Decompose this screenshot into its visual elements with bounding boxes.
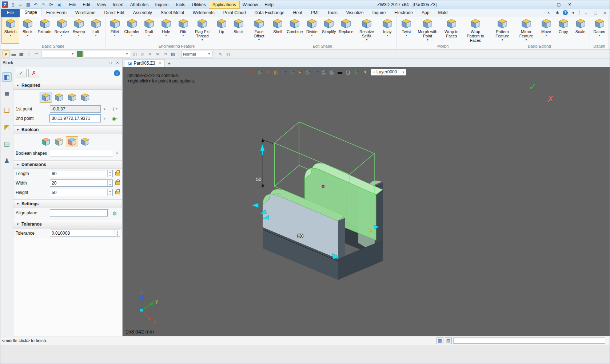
display-mode-icon[interactable]: ◍ ▾ bbox=[256, 68, 264, 76]
ribbon-button[interactable]: Rib ▾ bbox=[175, 17, 192, 43]
dropdown-arrow[interactable]: ▾ bbox=[300, 70, 302, 73]
dropdown-arrow[interactable]: ▾ bbox=[61, 34, 62, 37]
lock-icon[interactable] bbox=[115, 181, 120, 185]
dropdown-arrow[interactable]: ▾ bbox=[309, 70, 310, 73]
ribbon-tab[interactable]: Inquire bbox=[368, 9, 390, 17]
settings-gear-icon[interactable]: ✱ bbox=[554, 10, 561, 16]
render-mode-icon[interactable]: ◈ ▾ bbox=[280, 68, 288, 76]
cancel-x-icon[interactable]: ✗ bbox=[547, 94, 554, 105]
close-tab-icon[interactable]: ✕ bbox=[159, 61, 162, 65]
first-point-input[interactable] bbox=[50, 105, 101, 113]
dropdown-arrow[interactable]: ▾ bbox=[325, 70, 327, 73]
ribbon-button[interactable]: Wrap Pattern to Faces bbox=[463, 17, 488, 43]
dropdown-arrow[interactable]: ▾ bbox=[317, 70, 319, 73]
undo-icon[interactable]: ↶ bbox=[32, 1, 39, 8]
ribbon-tab[interactable]: App bbox=[417, 9, 434, 17]
frame-select-icon[interactable]: ▭ bbox=[33, 50, 40, 57]
dropdown-arrow[interactable]: ▾ bbox=[165, 34, 167, 37]
ribbon-button[interactable]: Combine bbox=[286, 17, 303, 43]
point-edit-icon[interactable]: ✎ bbox=[264, 68, 272, 76]
ribbon-tab[interactable]: Sheet Metal bbox=[156, 9, 188, 17]
ribbon-button[interactable]: Mirror Feature ▾ bbox=[515, 17, 538, 43]
point-pick-tool[interactable]: ✛▾ bbox=[109, 106, 120, 112]
spinner[interactable]: ▲▼ bbox=[107, 180, 112, 186]
spinner[interactable]: ▲▼ bbox=[115, 230, 120, 236]
visualize-manager-icon[interactable]: ▤ bbox=[2, 139, 12, 149]
status-list-icon[interactable]: ▤ bbox=[445, 337, 452, 344]
part-browser-icon[interactable]: ◩ bbox=[2, 122, 12, 132]
ribbon-button[interactable]: Replace bbox=[338, 17, 355, 43]
ribbon-button[interactable]: Hole ▾ bbox=[158, 17, 175, 43]
layer-combo[interactable]: ○ Layer0000 ▾ bbox=[371, 69, 406, 76]
ribbon-button[interactable]: Stock bbox=[230, 17, 247, 43]
ribbon-button[interactable]: Flag Ext Thread ▾ bbox=[192, 17, 213, 43]
role-manager-icon[interactable]: ♟ bbox=[2, 156, 12, 165]
menu-item[interactable]: Help bbox=[261, 1, 277, 8]
ok-button[interactable]: ✓ bbox=[16, 69, 27, 77]
ribbon-tab[interactable]: PMI bbox=[306, 9, 323, 17]
spinner[interactable]: ▲▼ bbox=[107, 170, 112, 177]
dropdown-arrow[interactable]: ▾ bbox=[598, 34, 600, 37]
clip-plane-icon[interactable]: ▤ ▾ bbox=[320, 68, 328, 76]
info-icon[interactable]: i bbox=[114, 70, 120, 76]
help-dropdown-icon[interactable]: ▾ bbox=[570, 10, 577, 16]
ribbon-button[interactable]: Block ▾ bbox=[19, 17, 36, 43]
collapse-triangle-icon[interactable]: ▼ bbox=[16, 202, 19, 206]
dropdown-arrow[interactable]: ▾ bbox=[357, 70, 359, 73]
ribbon-button[interactable]: Chamfer ▾ bbox=[123, 17, 140, 43]
assembly-manager-icon[interactable]: ❏ bbox=[2, 106, 12, 115]
ribbon-button[interactable]: Sweep ▾ bbox=[70, 17, 87, 43]
boolean-shapes-input[interactable] bbox=[50, 150, 113, 157]
dropdown-arrow[interactable]: ▾ bbox=[293, 70, 295, 73]
menu-item[interactable]: Edit bbox=[79, 1, 93, 8]
menu-item[interactable]: Insert bbox=[109, 1, 127, 8]
spinner[interactable]: ▲▼ bbox=[107, 189, 112, 196]
menu-item[interactable]: View bbox=[93, 1, 109, 8]
expand-chevron-icon[interactable]: » bbox=[102, 115, 108, 122]
section-boolean[interactable]: ▼ Boolean bbox=[13, 125, 122, 134]
ribbon-tab[interactable]: Wireframe bbox=[71, 9, 100, 17]
ribbon-button[interactable]: Draft ▾ bbox=[140, 17, 158, 43]
color-swatch[interactable] bbox=[77, 51, 83, 57]
status-grid-icon[interactable]: ▦ bbox=[436, 337, 443, 344]
dropdown-arrow[interactable]: ▾ bbox=[182, 34, 184, 37]
ribbon-button[interactable]: Resolve SelfX ▾ bbox=[355, 17, 379, 43]
ribbon-tab[interactable]: Direct Edit bbox=[100, 9, 128, 17]
new-tab-button[interactable]: + bbox=[165, 60, 174, 67]
section-settings[interactable]: ▼ Settings bbox=[13, 199, 122, 208]
ribbon-button[interactable]: Inlay ▾ bbox=[379, 17, 396, 43]
tolerance-input[interactable] bbox=[50, 230, 115, 236]
viewport[interactable]: 50 20 60 bbox=[123, 67, 610, 336]
ribbon-button[interactable]: Lip bbox=[213, 17, 230, 43]
dropdown-arrow[interactable]: ▾ bbox=[366, 39, 367, 41]
ribbon-tab[interactable]: Visualize bbox=[342, 9, 368, 17]
document-tab[interactable]: ◪ Part005.Z3 ✕ bbox=[125, 59, 165, 67]
dropdown-arrow[interactable]: ▾ bbox=[148, 34, 149, 37]
window-select-icon[interactable]: ▣ ▾ bbox=[312, 68, 320, 76]
panel-close-icon[interactable]: ✕ bbox=[115, 60, 120, 65]
ribbon-button[interactable]: Twist ▾ bbox=[398, 17, 415, 43]
filter-combo[interactable]: ▼ bbox=[41, 51, 76, 57]
child-close-button[interactable]: ✕ bbox=[602, 10, 608, 16]
dropdown-arrow[interactable]: ▾ bbox=[261, 70, 262, 73]
chevron-down-icon[interactable]: ▾ bbox=[403, 70, 404, 74]
diamond-snap-icon[interactable]: ◇ bbox=[139, 50, 146, 57]
pick-previous-icon[interactable]: ↖ bbox=[217, 50, 224, 57]
history-manager-icon[interactable]: ≣ bbox=[2, 89, 12, 98]
ribbon-tab[interactable]: File bbox=[1, 9, 20, 17]
shape-manager-icon[interactable]: ◧ bbox=[2, 72, 12, 82]
help-icon[interactable]: ? bbox=[563, 10, 568, 15]
save-icon[interactable]: ▦ bbox=[25, 1, 32, 8]
expand-chevron-icon[interactable]: » bbox=[115, 150, 120, 157]
menu-item[interactable]: Tools bbox=[172, 1, 188, 8]
menu-item[interactable]: Utilities bbox=[188, 1, 209, 8]
collapse-triangle-icon[interactable]: ▼ bbox=[16, 223, 19, 226]
boolean-base-icon[interactable] bbox=[40, 136, 52, 147]
background-swatch[interactable]: ▢ bbox=[344, 68, 352, 76]
block-corner-height-icon[interactable] bbox=[66, 92, 78, 103]
lock-icon[interactable] bbox=[115, 191, 120, 194]
dimension-input[interactable] bbox=[50, 180, 107, 186]
dropdown-arrow[interactable]: ▾ bbox=[285, 70, 286, 73]
dropdown-arrow[interactable]: ▾ bbox=[52, 3, 53, 6]
menu-item[interactable]: Applications bbox=[209, 1, 239, 8]
